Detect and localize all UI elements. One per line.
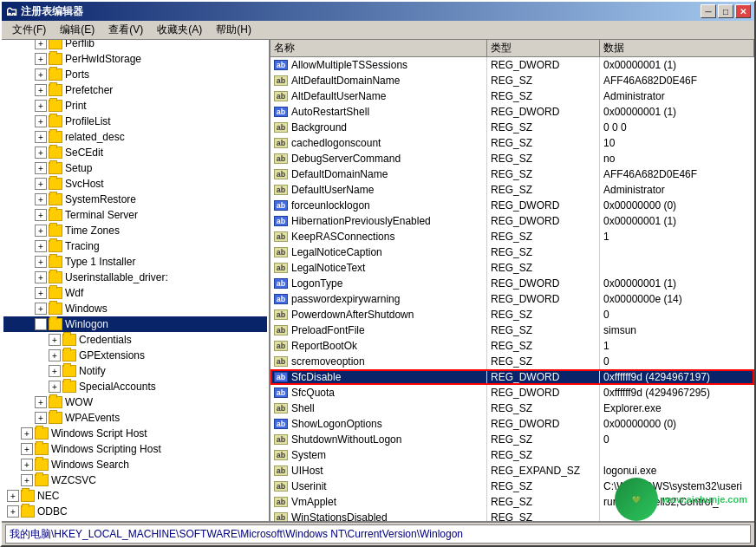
table-row[interactable]: abscremoveoptionREG_SZ0 <box>270 354 754 369</box>
table-row[interactable]: abAltDefaultDomainNameREG_SZAFF46A682D0E… <box>270 73 754 88</box>
tree-item-winlogon[interactable]: −Winlogon <box>3 316 267 332</box>
tree-item-perhwid[interactable]: +PerHwIdStorage <box>3 51 267 67</box>
tree-item-notify[interactable]: +Notify <box>3 363 267 379</box>
tree-item-secedit[interactable]: +SeCEdit <box>3 145 267 160</box>
tree-item-profilelist[interactable]: +ProfileList <box>3 114 267 129</box>
tree-expander[interactable]: + <box>49 365 61 377</box>
tree-item-gpextensions[interactable]: +GPExtensions <box>3 348 267 363</box>
table-row[interactable]: abpasswordexpirywarningREG_DWORD0x000000… <box>270 291 754 307</box>
menu-file[interactable]: 文件(F) <box>5 21 53 39</box>
table-row[interactable]: abHibernationPreviouslyEnabledREG_DWORD0… <box>270 213 754 229</box>
menu-edit[interactable]: 编辑(E) <box>53 21 101 39</box>
table-row[interactable]: abShellREG_SZExplorer.exe <box>270 400 754 416</box>
tree-item-windows[interactable]: +Windows <box>3 301 267 316</box>
tree-expander[interactable]: + <box>35 100 47 112</box>
table-row[interactable]: abShowLogonOptionsREG_DWORD0x00000000 (0… <box>270 416 754 432</box>
menu-help[interactable]: 帮助(H) <box>209 21 258 39</box>
tree-expander[interactable]: + <box>7 505 19 518</box>
table-row[interactable]: abBackgroundREG_SZ0 0 0 <box>270 120 754 135</box>
table-row[interactable]: abUIHostREG_EXPAND_SZlogonui.exe <box>270 463 754 479</box>
registry-body[interactable]: abAllowMultipleTSSessionsREG_DWORD0x0000… <box>270 57 754 521</box>
table-row[interactable]: abcachedlogonscountREG_SZ10 <box>270 135 754 151</box>
tree-item-svchost[interactable]: +SvcHost <box>3 176 267 192</box>
menu-favorites[interactable]: 收藏夹(A) <box>150 21 209 39</box>
tree-expander[interactable]: + <box>35 256 47 268</box>
tree-item-wpaevents[interactable]: +WPAEvents <box>3 410 267 426</box>
tree-item-timezones[interactable]: +Time Zones <box>3 223 267 238</box>
table-row[interactable]: abReportBootOkREG_SZ1 <box>270 338 754 354</box>
tree-expander[interactable]: + <box>35 131 47 143</box>
table-row[interactable]: abKeepRASConnectionsREG_SZ1 <box>270 229 754 244</box>
tree-expander[interactable]: + <box>21 459 33 471</box>
tree-expander[interactable]: + <box>35 162 47 174</box>
tree-expander[interactable]: + <box>35 209 47 221</box>
tree-item-related[interactable]: +related_desc <box>3 129 267 145</box>
tree-item-wdf[interactable]: +Wdf <box>3 285 267 301</box>
table-row[interactable]: abLegalNoticeCaptionREG_SZ <box>270 244 754 260</box>
column-header-name[interactable]: 名称 <box>270 40 487 56</box>
tree-item-tracing[interactable]: +Tracing <box>3 238 267 254</box>
tree-expander[interactable]: − <box>35 318 47 330</box>
tree-expander[interactable]: + <box>49 334 61 346</box>
tree-expander[interactable]: + <box>49 349 61 361</box>
tree-expander[interactable]: + <box>7 490 19 502</box>
maximize-button[interactable]: □ <box>718 4 733 18</box>
table-row[interactable]: abLegalNoticeTextREG_SZ <box>270 260 754 276</box>
tree-expander[interactable]: + <box>21 427 33 440</box>
tree-item-wzcsvc[interactable]: +WZCSVC <box>3 472 267 488</box>
tree-expander[interactable]: + <box>35 303 47 315</box>
tree-expander[interactable]: + <box>35 84 47 96</box>
tree-expander[interactable]: + <box>35 178 47 190</box>
tree-item-print[interactable]: +Print <box>3 98 267 114</box>
table-row[interactable]: abAutoRestartShellREG_DWORD0x00000001 (1… <box>270 104 754 120</box>
tree-expander[interactable]: + <box>35 225 47 237</box>
tree-item-wow[interactable]: +WOW <box>3 394 267 410</box>
table-row[interactable]: abDefaultDomainNameREG_SZAFF46A682D0E46F <box>270 166 754 182</box>
table-row[interactable]: abDefaultUserNameREG_SZAdministrator <box>270 182 754 198</box>
tree-expander[interactable]: + <box>49 381 61 393</box>
tree-expander[interactable]: + <box>35 193 47 205</box>
tree-expander[interactable]: + <box>35 396 47 408</box>
tree-item-ports[interactable]: +Ports <box>3 67 267 82</box>
tree-item-specialaccounts[interactable]: +SpecialAccounts <box>3 379 267 394</box>
tree-expander[interactable]: + <box>35 68 47 81</box>
tree-item-nec[interactable]: +NEC <box>3 488 267 504</box>
table-row[interactable]: abShutdownWithoutLogonREG_SZ0 <box>270 432 754 447</box>
tree-item-windowsscripting[interactable]: +Windows Scripting Host <box>3 441 267 457</box>
tree-expander[interactable]: + <box>35 240 47 252</box>
tree-item-windowsscript[interactable]: +Windows Script Host <box>3 426 267 441</box>
tree-item-perflib[interactable]: +Perflib <box>3 40 267 51</box>
table-row[interactable]: abSfcQuotaREG_DWORD0xffffff9d (429496729… <box>270 385 754 400</box>
tree-scroll[interactable]: +NetworkCards+OpenGLDrivers+Perflib+PerH… <box>2 40 269 521</box>
tree-expander[interactable]: + <box>21 443 33 455</box>
tree-item-credentials[interactable]: +Credentials <box>3 332 267 348</box>
tree-expander[interactable]: + <box>35 40 47 49</box>
table-row[interactable]: abLogonTypeREG_DWORD0x00000001 (1) <box>270 276 754 291</box>
table-row[interactable]: abPreloadFontFileREG_SZsimsun <box>270 322 754 338</box>
table-row[interactable]: abSystemREG_SZ <box>270 447 754 463</box>
tree-item-prefetcher[interactable]: +Prefetcher <box>3 82 267 98</box>
table-row[interactable]: abAltDefaultUserNameREG_SZAdministrator <box>270 88 754 104</box>
tree-expander[interactable]: + <box>35 412 47 424</box>
tree-expander[interactable]: + <box>21 474 33 486</box>
table-row[interactable]: abAllowMultipleTSSessionsREG_DWORD0x0000… <box>270 57 754 73</box>
close-button[interactable]: ✕ <box>735 4 751 18</box>
menu-view[interactable]: 查看(V) <box>101 21 150 39</box>
tree-item-setup[interactable]: +Setup <box>3 160 267 176</box>
tree-item-type1installer[interactable]: +Type 1 Installer <box>3 254 267 270</box>
tree-item-userinstallable[interactable]: +Userinstallable_driver: <box>3 270 267 285</box>
column-header-type[interactable]: 类型 <box>487 40 600 56</box>
tree-expander[interactable]: + <box>35 147 47 159</box>
table-row[interactable]: abforceunlocklogonREG_DWORD0x00000000 (0… <box>270 198 754 213</box>
table-row[interactable]: abPowerdownAfterShutdownREG_SZ0 <box>270 307 754 322</box>
tree-expander[interactable]: + <box>35 115 47 127</box>
tree-expander[interactable]: + <box>35 287 47 299</box>
minimize-button[interactable]: ─ <box>701 4 716 18</box>
column-header-data[interactable]: 数据 <box>600 40 754 56</box>
tree-expander[interactable]: + <box>35 53 47 65</box>
tree-expander[interactable]: + <box>35 271 47 283</box>
table-row[interactable]: abSfcDisableREG_DWORD0xffffff9d (4294967… <box>270 369 754 385</box>
table-row[interactable]: abDebugServerCommandREG_SZno <box>270 151 754 166</box>
tree-item-terminalserver[interactable]: +Terminal Server <box>3 207 267 223</box>
tree-item-systemrestore[interactable]: +SystemRestore <box>3 192 267 207</box>
